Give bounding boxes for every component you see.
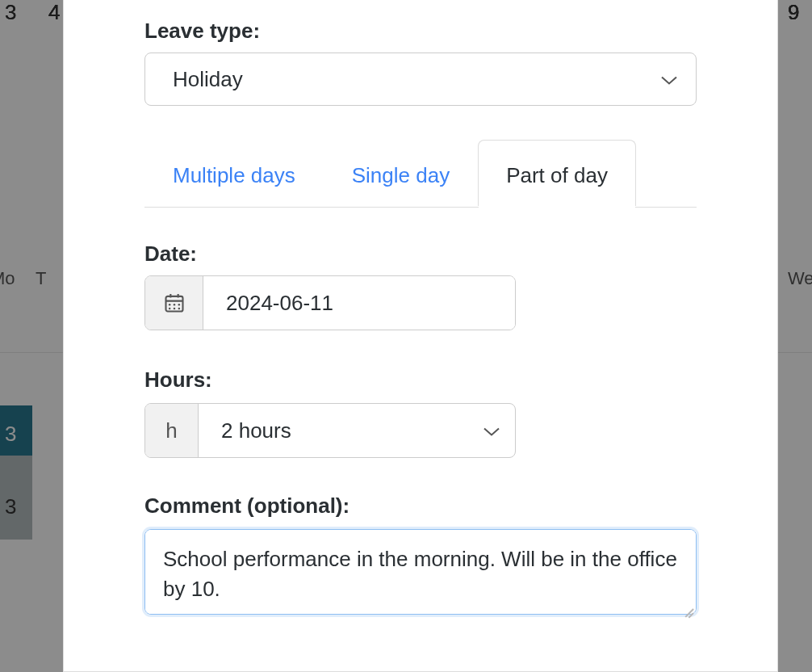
tab-multiple-days[interactable]: Multiple days: [144, 140, 324, 206]
chevron-down-icon: [483, 418, 500, 443]
comment-label: Comment (optional):: [144, 494, 349, 519]
tab-part-of-day[interactable]: Part of day: [478, 140, 636, 206]
comment-textarea[interactable]: [144, 529, 697, 615]
leave-type-value: Holiday: [173, 67, 243, 92]
hours-input-group: h 2 hours: [144, 403, 516, 458]
chevron-down-icon: [660, 67, 678, 92]
hours-select[interactable]: 2 hours: [199, 404, 515, 457]
date-label: Date:: [144, 242, 197, 267]
leave-request-modal: Leave type: Holiday Multiple days Single…: [63, 0, 778, 672]
tab-single-day[interactable]: Single day: [324, 140, 478, 206]
hours-value: 2 hours: [221, 418, 291, 443]
hours-label: Hours:: [144, 368, 212, 393]
date-input[interactable]: [203, 276, 515, 330]
date-input-group: [144, 275, 516, 330]
calendar-icon[interactable]: [145, 276, 203, 330]
leave-type-label: Leave type:: [144, 19, 260, 44]
hours-prefix: h: [145, 404, 199, 457]
duration-tabs: Multiple days Single day Part of day: [144, 140, 697, 208]
leave-type-select[interactable]: Holiday: [144, 52, 697, 106]
